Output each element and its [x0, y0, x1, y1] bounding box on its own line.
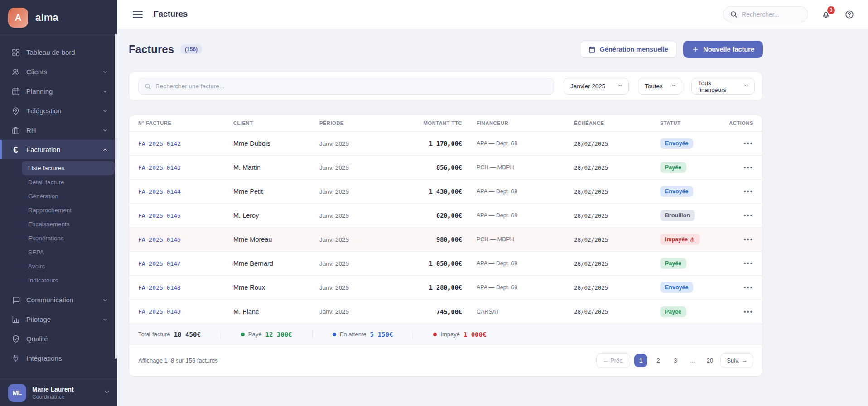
status-dot-icon — [333, 333, 336, 336]
row-actions-button[interactable]: ••• — [743, 308, 753, 315]
calendar-icon — [588, 46, 596, 53]
submenu-item[interactable]: Encaissements — [22, 217, 115, 231]
new-invoice-button[interactable]: Nouvelle facture — [683, 41, 763, 58]
column-header: N° Facture — [138, 120, 233, 126]
sidebar-item-label: Planning — [26, 87, 102, 95]
status-label: Impayée — [665, 236, 688, 243]
summary-bar: Total facturé 18 450€ Payé12 300€En atte… — [129, 324, 762, 344]
funder-filter-select[interactable]: Tous financeurs — [691, 78, 755, 95]
sidebar-item-qualite[interactable]: Qualité — [0, 329, 117, 349]
sidebar-item-pilotage[interactable]: Pilotage — [0, 310, 117, 329]
page-button[interactable]: 3 — [669, 354, 682, 367]
submenu-item[interactable]: Exonérations — [22, 231, 115, 245]
invoice-number-link[interactable]: FA-2025-0147 — [138, 260, 233, 267]
help-button[interactable] — [844, 9, 855, 20]
next-page-button[interactable]: Suiv. → — [720, 353, 753, 368]
monthly-generation-button[interactable]: Génération mensuelle — [580, 41, 677, 58]
submenu-item[interactable]: SEPA — [22, 245, 115, 259]
submenu-item[interactable]: Détail facture — [22, 175, 115, 189]
row-actions-button[interactable]: ••• — [743, 211, 753, 219]
invoice-period: Janv. 2025 — [319, 308, 394, 315]
sidebar-item-communication[interactable]: Communication — [0, 290, 117, 310]
row-actions-button[interactable]: ••• — [743, 187, 753, 195]
sidebar-item-dashboard[interactable]: Tableau de bord — [0, 43, 117, 62]
status-label: Payée — [665, 164, 681, 171]
sidebar-item-clients[interactable]: Clients — [0, 62, 117, 81]
invoice-due-date: 28/02/2025 — [559, 236, 646, 243]
sidebar-item-facturation[interactable]: €Facturation — [0, 140, 117, 159]
submenu-item[interactable]: Avoirs — [22, 259, 115, 273]
summary-item-label: En attente — [340, 331, 366, 338]
sidebar-item-integrations[interactable]: Intégrations — [0, 349, 117, 368]
previous-page-button[interactable]: ← Préc. — [596, 353, 630, 368]
select-value: Janvier 2025 — [570, 83, 605, 90]
user-menu[interactable]: ML Marie Laurent Coordinatrice — [0, 379, 117, 406]
submenu-item[interactable]: Indicateurs — [22, 273, 115, 287]
row-actions-button[interactable]: ••• — [743, 259, 753, 267]
invoice-number-link[interactable]: FA-2025-0142 — [138, 140, 233, 147]
sidebar-scrollbar[interactable] — [115, 34, 117, 359]
invoice-number-link[interactable]: FA-2025-0149 — [138, 308, 233, 315]
invoice-number-link[interactable]: FA-2025-0148 — [138, 284, 233, 291]
page-button[interactable]: 2 — [651, 354, 665, 367]
status-filter-select[interactable]: Toutes — [638, 78, 682, 95]
topbar: Factures 3 — [117, 0, 868, 29]
period-filter-select[interactable]: Janvier 2025 — [564, 78, 629, 95]
row-actions-button[interactable]: ••• — [743, 283, 753, 291]
submenu-item[interactable]: Rapprochement — [22, 203, 115, 217]
invoice-number-link[interactable]: FA-2025-0143 — [138, 164, 233, 171]
topbar-title: Factures — [154, 10, 188, 19]
sidebar-item-rh[interactable]: RH — [0, 120, 117, 140]
invoice-search[interactable] — [138, 78, 554, 95]
chevron-down-icon — [743, 83, 749, 90]
client-name: Mme Roux — [233, 284, 319, 291]
invoice-funder: CARSAT — [462, 309, 559, 315]
row-actions-button[interactable]: ••• — [743, 139, 753, 147]
invoice-amount: 1 050,00€ — [394, 260, 462, 267]
submenu-item[interactable]: Liste factures — [22, 161, 115, 175]
submenu-item[interactable]: Génération — [22, 189, 115, 203]
global-search[interactable] — [723, 6, 808, 22]
global-search-input[interactable] — [742, 11, 801, 18]
page-button[interactable]: 1 — [634, 354, 647, 367]
column-header: Échéance — [559, 120, 646, 126]
page-button[interactable]: 20 — [703, 354, 716, 367]
notifications-button[interactable]: 3 — [820, 9, 832, 20]
status-label: Envoyée — [665, 140, 688, 147]
status-badge: Brouillon — [660, 210, 695, 221]
dashboard-icon — [11, 48, 20, 57]
chevron-down-icon — [102, 69, 108, 75]
shield-check-icon — [11, 334, 20, 344]
column-header: Période — [319, 120, 394, 126]
row-actions-button[interactable]: ••• — [743, 235, 753, 243]
chevron-down-icon — [104, 389, 110, 397]
notification-badge: 3 — [827, 6, 835, 14]
table-row: FA-2025-0145M. LeroyJanv. 2025620,00€APA… — [129, 204, 762, 228]
bar-chart-icon — [11, 315, 20, 324]
client-name: M. Leroy — [233, 212, 319, 219]
status-badge: Impayée⚠ — [660, 234, 700, 245]
invoice-period: Janv. 2025 — [319, 236, 394, 243]
invoice-number-link[interactable]: FA-2025-0146 — [138, 236, 233, 243]
app-root: A alma Tableau de bordClientsPlanningTél… — [0, 0, 868, 406]
sidebar-item-planning[interactable]: Planning — [0, 81, 117, 101]
select-value: Tous financeurs — [698, 80, 739, 93]
sidebar-item-telegestion[interactable]: Télégestion — [0, 101, 117, 120]
row-actions-button[interactable]: ••• — [743, 163, 753, 171]
status-cell: Payée — [646, 162, 714, 173]
table-row: FA-2025-0143M. MartinJanv. 2025856,00€PC… — [129, 156, 762, 180]
actions-cell: ••• — [714, 211, 753, 220]
facturation-submenu: Liste facturesDétail factureGénérationRa… — [0, 159, 117, 290]
summary-item: Impayé1 000€ — [413, 331, 506, 338]
hamburger-menu-icon[interactable] — [133, 11, 143, 18]
filter-bar: Janvier 2025ToutesTous financeurs — [129, 72, 763, 101]
invoice-funder: PCH — MDPH — [462, 236, 559, 243]
invoice-amount: 1 280,00€ — [394, 284, 462, 291]
sidebar-divider — [0, 35, 117, 35]
invoice-number-link[interactable]: FA-2025-0144 — [138, 188, 233, 195]
chevron-down-icon — [102, 127, 108, 134]
invoice-funder: APA — Dept. 69 — [462, 260, 559, 267]
invoice-search-input[interactable] — [155, 83, 548, 90]
invoice-number-link[interactable]: FA-2025-0145 — [138, 212, 233, 219]
status-dot-icon — [433, 333, 437, 336]
